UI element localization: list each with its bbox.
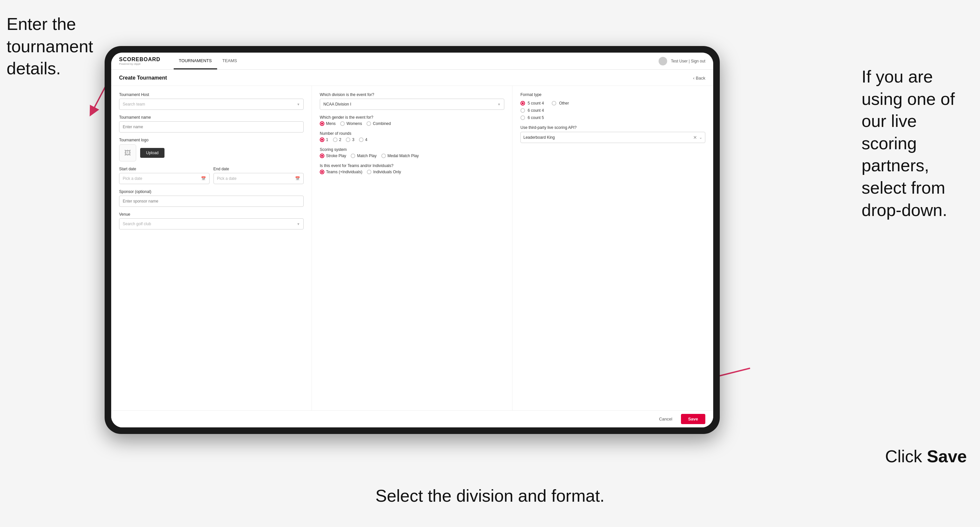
- nav-right: Test User | Sign out: [659, 57, 706, 65]
- nav-bar: SCOREBOARD Powered by clippit TOURNAMENT…: [111, 52, 713, 70]
- radio-womens-circle: [340, 121, 345, 126]
- nav-tabs: TOURNAMENTS TEAMS: [174, 52, 242, 69]
- host-input[interactable]: Search team ▼: [119, 98, 304, 110]
- rounds-radio-group: 1 2 3 4: [320, 137, 504, 142]
- name-input[interactable]: [119, 121, 304, 132]
- scoring-match[interactable]: Match Play: [351, 154, 376, 158]
- round-1[interactable]: 1: [320, 137, 328, 142]
- calendar-icon2: 📅: [295, 176, 300, 181]
- division-input[interactable]: NCAA Division I ▼: [320, 98, 504, 110]
- scoring-radio-group: Stroke Play Match Play Medal Match Play: [320, 154, 504, 158]
- api-tag[interactable]: Leaderboard King ✕ ⌄: [520, 132, 705, 143]
- radio-mens-circle: [320, 121, 325, 126]
- logo-label: Tournament logo: [119, 138, 304, 142]
- api-value: Leaderboard King: [523, 135, 555, 140]
- venue-input[interactable]: Search golf club ▼: [119, 218, 304, 230]
- radio-teams-circle: [320, 170, 325, 174]
- format-options-container: 5 count 4 6 count 4 6 count 5: [520, 99, 705, 120]
- logo-group: Tournament logo 🖼 Upload: [119, 138, 304, 162]
- form-col2: Which division is the event for? NCAA Di…: [312, 86, 512, 410]
- name-group: Tournament name: [119, 115, 304, 132]
- name-label: Tournament name: [119, 115, 304, 120]
- radio-individuals-circle: [367, 170, 371, 174]
- format-other-container: Other: [552, 99, 569, 120]
- back-button[interactable]: ‹ Back: [693, 76, 705, 81]
- end-date-input[interactable]: Pick a date 📅: [213, 173, 304, 184]
- api-group: Use third-party live scoring API? Leader…: [520, 125, 705, 143]
- format-6count4[interactable]: 6 count 4: [520, 108, 544, 113]
- sponsor-input[interactable]: [119, 195, 304, 207]
- format-5count4[interactable]: 5 count 4: [520, 101, 544, 106]
- radio-round3-circle: [346, 137, 350, 142]
- host-label: Tournament Host: [119, 92, 304, 97]
- host-placeholder: Search team: [123, 102, 145, 106]
- round-3[interactable]: 3: [346, 137, 354, 142]
- end-placeholder: Pick a date: [217, 176, 237, 181]
- radio-6count4-circle: [520, 108, 525, 113]
- round-2[interactable]: 2: [333, 137, 342, 142]
- scoring-medal[interactable]: Medal Match Play: [381, 154, 419, 158]
- avatar: [659, 57, 667, 65]
- sponsor-group: Sponsor (optional): [119, 189, 304, 207]
- logo-upload-area: 🖼 Upload: [119, 144, 304, 162]
- format-other[interactable]: Other: [552, 101, 569, 106]
- radio-round1-circle: [320, 137, 325, 142]
- venue-group: Venue Search golf club ▼: [119, 212, 304, 230]
- form-col1: Tournament Host Search team ▼ Tournament…: [111, 86, 312, 410]
- tablet-frame: SCOREBOARD Powered by clippit TOURNAMENT…: [105, 46, 720, 434]
- radio-5count4-circle: [520, 101, 525, 106]
- format-6count5[interactable]: 6 count 5: [520, 115, 544, 120]
- round-4[interactable]: 4: [359, 137, 368, 142]
- annotation-division-format: Select the division and format.: [375, 485, 605, 507]
- annotation-live-scoring: If you are using one of our live scoring…: [862, 66, 974, 221]
- division-group: Which division is the event for? NCAA Di…: [320, 92, 504, 110]
- page-header: Create Tournament ‹ Back: [111, 70, 713, 86]
- start-label: Start date: [119, 167, 210, 171]
- gender-womens[interactable]: Womens: [340, 121, 362, 126]
- start-date-input[interactable]: Pick a date 📅: [119, 173, 210, 184]
- nav-tab-tournaments[interactable]: TOURNAMENTS: [174, 52, 217, 69]
- venue-dropdown-icon: ▼: [297, 222, 300, 226]
- api-close-icon[interactable]: ✕: [693, 135, 697, 140]
- format-label: Format type: [520, 92, 705, 97]
- individuals-only[interactable]: Individuals Only: [367, 170, 401, 174]
- gender-radio-group: Mens Womens Combined: [320, 121, 504, 126]
- gender-mens[interactable]: Mens: [320, 121, 336, 126]
- api-label: Use third-party live scoring API?: [520, 125, 705, 130]
- rounds-label: Number of rounds: [320, 131, 504, 136]
- gender-combined[interactable]: Combined: [366, 121, 391, 126]
- teams-radio-group: Teams (+Individuals) Individuals Only: [320, 170, 504, 174]
- form-grid: Tournament Host Search team ▼ Tournament…: [111, 86, 713, 410]
- end-label: End date: [213, 167, 304, 171]
- scoring-label: Scoring system: [320, 147, 504, 152]
- venue-label: Venue: [119, 212, 304, 217]
- logo-sub: Powered by clippit: [119, 62, 161, 65]
- form-col3: Format type 5 count 4 6 count 4: [512, 86, 713, 410]
- logo-title: SCOREBOARD: [119, 57, 161, 62]
- tablet-screen: SCOREBOARD Powered by clippit TOURNAMENT…: [111, 52, 713, 427]
- annotation-click-save: Click Save: [885, 446, 967, 468]
- upload-button[interactable]: Upload: [140, 148, 164, 158]
- nav-tab-teams[interactable]: TEAMS: [217, 52, 242, 69]
- start-date-group: Start date Pick a date 📅: [119, 167, 210, 184]
- format-group: Format type 5 count 4 6 count 4: [520, 92, 705, 120]
- radio-other-circle: [552, 101, 556, 106]
- division-label: Which division is the event for?: [320, 92, 504, 97]
- host-group: Tournament Host Search team ▼: [119, 92, 304, 110]
- form-footer: Cancel Save: [111, 410, 713, 427]
- save-button[interactable]: Save: [681, 414, 705, 424]
- api-expand-icon[interactable]: ⌄: [699, 135, 702, 140]
- radio-stroke-circle: [320, 154, 325, 158]
- cancel-button[interactable]: Cancel: [654, 414, 677, 424]
- gender-label: Which gender is the event for?: [320, 115, 504, 120]
- teams-label: Is this event for Teams and/or Individua…: [320, 163, 504, 168]
- venue-placeholder: Search golf club: [123, 222, 151, 226]
- teams-group: Is this event for Teams and/or Individua…: [320, 163, 504, 174]
- scoring-stroke[interactable]: Stroke Play: [320, 154, 346, 158]
- image-icon: 🖼: [124, 149, 131, 157]
- gender-group: Which gender is the event for? Mens Wome…: [320, 115, 504, 126]
- teams-plus-individuals[interactable]: Teams (+Individuals): [320, 170, 362, 174]
- radio-combined-circle: [366, 121, 371, 126]
- format-options-left: 5 count 4 6 count 4 6 count 5: [520, 101, 544, 120]
- radio-medal-circle: [381, 154, 386, 158]
